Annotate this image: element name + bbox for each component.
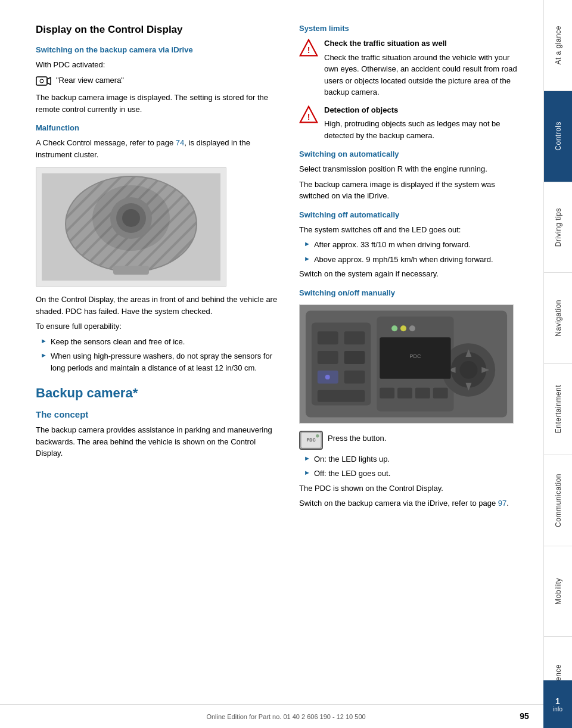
sidebar-label-navigation: Navigation: [554, 300, 562, 337]
sidebar: At a glance Controls Driving tips Naviga…: [543, 0, 572, 728]
switching-on-body1: Select transmission position R with the …: [299, 163, 526, 175]
sidebar-item-communication[interactable]: Communication: [544, 455, 572, 546]
svg-rect-43: [415, 387, 430, 398]
warning-text-1: Check the traffic situation as well Chec…: [324, 38, 526, 98]
bullet-arrow-5: ►: [304, 455, 310, 462]
backup-camera-stored-text: The backup camera image is displayed. Th…: [36, 92, 281, 115]
info-badge: 1 info: [543, 680, 572, 728]
info-badge-number: 1: [555, 696, 560, 706]
control-panel-image: PDC: [299, 304, 514, 424]
pdc-shown-text: The PDC is shown on the Control Display.: [299, 483, 526, 494]
concept-body: The backup camera provides assistance in…: [36, 424, 281, 459]
system-limits-heading: System limits: [299, 24, 526, 33]
rear-camera-icon: [36, 75, 51, 89]
bullet-text-6: Off: the LED goes out.: [314, 468, 390, 480]
sidebar-item-driving-tips[interactable]: Driving tips: [544, 182, 572, 273]
svg-rect-41: [380, 387, 394, 398]
sidebar-item-mobility[interactable]: Mobility: [544, 546, 572, 637]
bullet-arrow-2: ►: [41, 351, 47, 359]
sidebar-item-at-a-glance[interactable]: At a glance: [544, 0, 572, 91]
svg-rect-22: [318, 351, 338, 364]
malfunction-heading: Malfunction: [36, 123, 281, 132]
svg-point-37: [400, 325, 406, 331]
pdc-button-icon: PDC: [299, 431, 323, 450]
operability-heading-text: To ensure full operability:: [36, 321, 281, 332]
bullet-arrow-1: ►: [41, 337, 47, 344]
bullet-33ft: ► After approx. 33 ft/10 m when driving …: [299, 239, 526, 251]
warning-box-1: ! Check the traffic situation as well Ch…: [299, 38, 526, 98]
bullet-9mph: ► Above approx. 9 mph/15 km/h when drivi…: [299, 254, 526, 266]
warning-text-2: Detection of objects High, protruding ob…: [324, 104, 526, 142]
pdc-activated-text: With PDC activated:: [36, 59, 281, 71]
bullet-led-on: ► On: the LED lights up.: [299, 453, 526, 465]
sidebar-label-controls: Controls: [554, 122, 562, 151]
switching-on-body2: The backup camera image is displayed if …: [299, 179, 526, 202]
backup-camera-heading: Backup camera*: [36, 385, 281, 401]
right-column: System limits ! Check the traffic situat…: [299, 24, 526, 704]
svg-rect-26: [344, 370, 365, 383]
bullet-arrow-3: ►: [304, 240, 310, 247]
info-badge-label: info: [553, 706, 562, 713]
sidebar-label-mobility: Mobility: [554, 578, 562, 605]
switching-off-heading: Switching off automatically: [299, 210, 526, 219]
bullet-text-5: On: the LED lights up.: [314, 453, 390, 465]
page-footer: Online Edition for Part no. 01 40 2 606 …: [0, 704, 572, 728]
bullet-sensors-clean: ► Keep the sensors clean and free of ice…: [36, 336, 281, 348]
warning2-body: High, protruding objects such as ledges …: [324, 118, 526, 141]
svg-point-31: [460, 361, 478, 379]
switching-manual-heading: Switching on/off manually: [299, 288, 526, 297]
page-title: Display on the Control Display: [36, 24, 281, 36]
press-button-text: Press the button.: [328, 433, 386, 444]
control-display-shaded-text: On the Control Display, the areas in fro…: [36, 294, 281, 317]
warning1-body: Check the traffic situation around the v…: [324, 52, 526, 98]
svg-text:!: !: [307, 45, 310, 55]
svg-point-36: [391, 325, 397, 331]
camera-diagram-image: [36, 167, 226, 287]
bullet-arrow-4: ►: [304, 255, 310, 262]
warning-icon-1: !: [299, 39, 318, 58]
bullet-text-4: Above approx. 9 mph/15 km/h when driving…: [314, 254, 493, 266]
concept-heading: The concept: [36, 409, 281, 419]
sidebar-item-navigation[interactable]: Navigation: [544, 273, 572, 364]
page-97-link[interactable]: 97: [498, 499, 506, 508]
page-74-link[interactable]: 74: [176, 138, 184, 147]
subsection1-heading: Switching on the backup camera via iDriv…: [36, 45, 281, 54]
switching-on-heading: Switching on automatically: [299, 150, 526, 158]
switch-on-again-text: Switch on the system again if necessary.: [299, 268, 526, 280]
svg-point-38: [409, 325, 415, 331]
svg-rect-23: [344, 351, 365, 364]
warning2-title: Detection of objects: [324, 104, 526, 116]
svg-rect-0: [36, 77, 47, 85]
svg-text:!: !: [307, 112, 310, 122]
press-button-row: PDC Press the button.: [299, 431, 526, 450]
sidebar-label-communication: Communication: [554, 474, 562, 527]
warning-icon-2: !: [299, 105, 318, 125]
sidebar-item-controls[interactable]: Controls: [544, 91, 572, 182]
page-number: 95: [520, 711, 529, 721]
malfunction-body: A Check Control message, refer to page 7…: [36, 137, 281, 160]
svg-rect-42: [397, 387, 412, 398]
svg-point-47: [316, 434, 319, 437]
warning1-title: Check the traffic situation as well: [324, 38, 526, 49]
svg-rect-20: [318, 331, 338, 344]
sidebar-label-driving-tips: Driving tips: [554, 208, 562, 247]
bullet-text-2: When using high-pressure washers, do not…: [51, 350, 281, 374]
svg-marker-1: [47, 77, 51, 85]
bullet-text-3: After approx. 33 ft/10 m when driving fo…: [314, 239, 471, 251]
left-column: Display on the Control Display Switching…: [36, 24, 281, 704]
bullet-led-off: ► Off: the LED goes out.: [299, 468, 526, 480]
sidebar-item-entertainment[interactable]: Entertainment: [544, 364, 572, 455]
bullet-arrow-6: ►: [304, 469, 310, 476]
svg-rect-21: [344, 331, 365, 344]
svg-text:PDC: PDC: [306, 437, 315, 442]
bullet-text-1: Keep the sensors clean and free of ice.: [51, 336, 185, 348]
warning-box-2: ! Detection of objects High, protruding …: [299, 104, 526, 142]
svg-rect-12: [113, 266, 149, 275]
svg-rect-27: [318, 390, 365, 402]
sidebar-label-at-a-glance: At a glance: [554, 26, 562, 65]
rear-camera-icon-row: "Rear view camera": [36, 74, 124, 90]
rear-camera-label: "Rear view camera": [56, 74, 124, 86]
footer-text: Online Edition for Part no. 01 40 2 606 …: [206, 713, 365, 720]
svg-point-25: [325, 374, 330, 379]
svg-point-10: [122, 209, 140, 227]
